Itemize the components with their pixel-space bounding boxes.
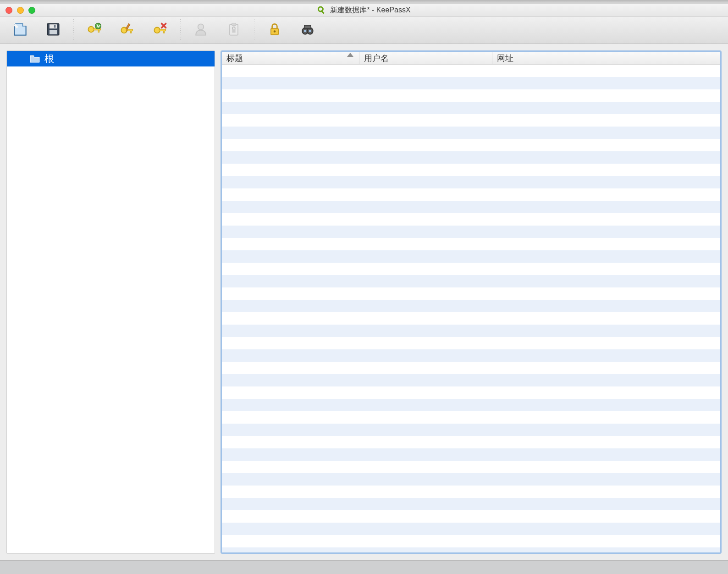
key-edit-icon (118, 21, 136, 39)
user-icon (192, 21, 210, 39)
lock-icon (266, 21, 283, 39)
svg-rect-3 (50, 24, 57, 28)
binoculars-icon (299, 21, 316, 39)
root-group-item[interactable]: 根 (7, 51, 215, 66)
entries-list[interactable] (222, 65, 720, 552)
svg-rect-4 (50, 30, 57, 34)
column-username-label: 用户名 (364, 53, 389, 64)
folder-icon (30, 55, 40, 63)
column-header-title[interactable]: 标题 (222, 52, 359, 64)
column-header-username[interactable]: 用户名 (359, 52, 492, 64)
main-content: 根 标题 用户名 网址 (0, 44, 728, 560)
svg-point-23 (274, 30, 276, 33)
window-title-text: 新建数据库* - KeePassX (330, 6, 410, 15)
toolbar-separator (73, 19, 74, 41)
sort-ascending-icon (347, 53, 353, 57)
svg-rect-20 (232, 23, 236, 26)
minimize-window-button[interactable] (17, 7, 24, 14)
toolbar (0, 17, 728, 44)
column-title-label: 标题 (226, 53, 243, 64)
column-header-url[interactable]: 网址 (492, 52, 720, 64)
file-new-icon (11, 21, 29, 39)
entries-header: 标题 用户名 网址 (222, 52, 720, 65)
svg-rect-16 (159, 29, 165, 31)
save-icon (44, 21, 62, 39)
svg-rect-5 (54, 25, 56, 28)
key-add-icon (85, 21, 103, 39)
close-window-button[interactable] (6, 7, 12, 14)
search-button[interactable] (292, 19, 323, 41)
titlebar[interactable]: 新建数据库* - KeePassX (0, 4, 728, 17)
window-bottom-edge (0, 560, 728, 574)
clipboard-lock-icon (225, 21, 243, 39)
svg-rect-21 (232, 29, 235, 33)
copy-username-button[interactable] (185, 19, 216, 41)
copy-password-button[interactable] (218, 19, 249, 41)
toolbar-separator (180, 19, 181, 41)
root-group-label: 根 (44, 52, 54, 65)
window-controls (6, 7, 35, 14)
window-title: 新建数据库* - KeePassX (317, 6, 410, 15)
edit-entry-button[interactable] (111, 19, 143, 41)
new-database-button[interactable] (5, 19, 36, 41)
entries-panel[interactable]: 标题 用户名 网址 (221, 50, 722, 554)
svg-rect-12 (130, 31, 132, 33)
keepassx-app-icon (317, 6, 326, 15)
svg-point-28 (309, 30, 311, 32)
window-chrome-edge (0, 0, 728, 4)
svg-rect-8 (98, 30, 99, 33)
group-tree-panel[interactable]: 根 (6, 50, 215, 554)
lock-database-button[interactable] (259, 19, 290, 41)
svg-rect-26 (304, 25, 311, 28)
svg-rect-13 (126, 23, 130, 29)
maximize-window-button[interactable] (28, 7, 35, 14)
save-database-button[interactable] (38, 19, 69, 41)
column-url-label: 网址 (497, 53, 513, 64)
toolbar-separator (254, 19, 254, 41)
svg-point-18 (198, 24, 204, 30)
delete-entry-button[interactable] (144, 19, 176, 41)
svg-point-9 (95, 23, 101, 29)
add-entry-button[interactable] (78, 19, 110, 41)
svg-point-27 (304, 30, 306, 32)
svg-rect-17 (163, 31, 165, 33)
key-delete-icon (151, 21, 169, 39)
